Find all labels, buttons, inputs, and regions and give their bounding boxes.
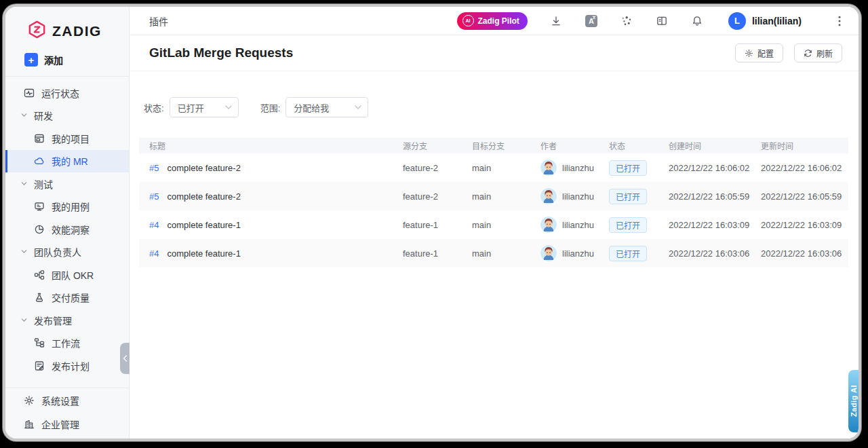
updated-time: 2022/12/22 16:03:06 (751, 248, 848, 259)
zadig-ai-tab[interactable]: Zadig AI (848, 370, 859, 432)
updated-time: 2022/12/22 16:03:09 (751, 220, 848, 230)
gear-icon (745, 49, 753, 58)
table-row[interactable]: #5complete feature-2feature-2mainlilianz… (139, 153, 848, 182)
sidebar-item-system-settings[interactable]: 系统设置 (5, 388, 129, 412)
scope-filter-label: 范围: (260, 101, 281, 114)
download-icon[interactable] (549, 14, 563, 28)
avatar: L (728, 12, 746, 30)
sidebar-item-team-okr[interactable]: 团队 OKR (5, 263, 129, 286)
mr-title: complete feature-1 (167, 248, 240, 259)
created-time: 2022/12/22 16:05:59 (658, 191, 751, 202)
status-filter-select[interactable]: 已打开 (170, 97, 239, 117)
chevron-down-icon (20, 248, 28, 256)
sidebar-nav: 运行状态研发我的项目我的 MR测试我的用例效能洞察团队负责人团队 OKR交付质量… (5, 77, 129, 377)
sidebar-item-my-projects[interactable]: 我的项目 (5, 127, 129, 150)
sidebar-collapse-handle[interactable] (120, 343, 130, 374)
created-time: 2022/12/22 16:03:09 (658, 220, 751, 230)
book-icon[interactable] (655, 14, 669, 28)
target-branch: main (462, 220, 530, 230)
sidebar-item-performance-insight[interactable]: 效能洞察 (5, 218, 129, 241)
mr-title: complete feature-2 (167, 191, 240, 202)
refresh-button[interactable]: 刷新 (794, 43, 842, 62)
page-header: GitLab Merge Requests 配置 刷新 (130, 35, 859, 71)
mr-title: complete feature-2 (167, 163, 240, 173)
add-button[interactable]: + 添加 (24, 53, 129, 67)
page-title: GitLab Merge Requests (149, 45, 293, 60)
author-avatar (540, 160, 557, 176)
testcase-icon (34, 201, 45, 212)
column-header-5: 创建时间 (658, 140, 751, 151)
author-avatar (540, 245, 557, 261)
mr-id-link[interactable]: #5 (149, 191, 159, 202)
zadig-logo-text: ZADIG (52, 23, 102, 39)
author-avatar (540, 217, 557, 233)
source-branch: feature-2 (393, 191, 462, 202)
target-branch: main (462, 191, 530, 202)
sidebar-item-release-plan[interactable]: 发布计划 (5, 354, 129, 377)
sidebar-item-running-status[interactable]: 运行状态 (5, 81, 129, 105)
release-plan-icon (34, 360, 45, 371)
sidebar-item-enterprise-management[interactable]: 企业管理 (5, 412, 129, 436)
status-badge: 已打开 (609, 160, 647, 176)
building-icon (24, 419, 35, 430)
created-time: 2022/12/22 16:03:06 (658, 248, 751, 259)
sidebar: ZADIG + 添加 运行状态研发我的项目我的 MR测试我的用例效能洞察团队负责… (5, 7, 130, 438)
zadig-pilot-button[interactable]: AI Zadig Pilot (457, 12, 528, 30)
configure-button[interactable]: 配置 (735, 43, 783, 62)
project-icon (34, 133, 45, 144)
mr-id-link[interactable]: #4 (149, 248, 159, 259)
sidebar-item-group-release[interactable]: 发布管理 (5, 309, 129, 332)
chevron-down-icon (20, 111, 28, 119)
sidebar-item-my-testcases[interactable]: 我的用例 (5, 195, 129, 219)
source-branch: feature-2 (393, 163, 462, 173)
source-branch: feature-1 (393, 220, 462, 230)
sidebar-item-delivery-quality[interactable]: 交付质量 (5, 286, 129, 310)
chevron-down-icon (225, 105, 232, 109)
table-row[interactable]: #5complete feature-2feature-2mainlilianz… (139, 182, 848, 210)
author-avatar (540, 188, 557, 204)
plus-icon: + (24, 53, 38, 67)
mr-id-link[interactable]: #4 (149, 220, 159, 230)
author-name: lilianzhu (562, 248, 594, 259)
sparkles-icon[interactable] (620, 14, 633, 28)
author-name: lilianzhu (562, 191, 594, 202)
updated-time: 2022/12/22 16:05:59 (751, 191, 848, 202)
main-content: 插件 AI Zadig Pilot A L lilian(lilian) Git… (130, 7, 859, 438)
breadcrumb: 插件 (149, 14, 168, 28)
bell-icon[interactable] (690, 14, 704, 28)
source-branch: feature-1 (393, 248, 462, 259)
mr-title: complete feature-1 (167, 220, 240, 230)
workflow-icon (34, 337, 45, 348)
table-row[interactable]: #4complete feature-1feature-1mainlilianz… (139, 239, 848, 267)
okr-icon (34, 269, 45, 280)
gear-icon (24, 395, 35, 406)
status-badge: 已打开 (609, 217, 647, 233)
sidebar-item-group-rd[interactable]: 研发 (5, 105, 129, 128)
zadig-logo[interactable]: ZADIG (5, 7, 129, 41)
mr-id-link[interactable]: #5 (149, 163, 159, 173)
sidebar-item-my-mr[interactable]: 我的 MR (5, 150, 129, 173)
zadig-logo-icon (28, 20, 46, 41)
column-header-4: 状态 (599, 140, 658, 151)
column-header-3: 作者 (530, 140, 599, 151)
kebab-menu-icon[interactable] (838, 16, 841, 26)
sidebar-item-group-test[interactable]: 测试 (5, 172, 129, 195)
status-badge: 已打开 (609, 189, 647, 204)
column-header-1: 源分支 (393, 140, 462, 151)
pilot-ai-icon: AI (462, 15, 474, 26)
sidebar-item-group-team-lead[interactable]: 团队负责人 (5, 241, 129, 264)
column-header-2: 目标分支 (462, 140, 530, 151)
scope-filter-select[interactable]: 分配给我 (285, 97, 368, 117)
target-branch: main (462, 163, 530, 173)
table-row[interactable]: #4complete feature-1feature-1mainlilianz… (139, 210, 848, 239)
author-name: lilianzhu (562, 220, 594, 230)
merge-request-icon (34, 155, 45, 166)
pie-chart-icon (34, 224, 45, 235)
table-header-row: 标题源分支目标分支作者状态创建时间更新时间 (139, 138, 848, 153)
merge-requests-table: 标题源分支目标分支作者状态创建时间更新时间 #5complete feature… (139, 138, 848, 267)
refresh-icon (804, 49, 812, 58)
column-header-0: 标题 (139, 140, 393, 151)
sidebar-item-workflow[interactable]: 工作流 (5, 332, 129, 355)
translate-icon[interactable]: A (585, 14, 598, 28)
user-menu[interactable]: L lilian(lilian) (728, 12, 802, 30)
